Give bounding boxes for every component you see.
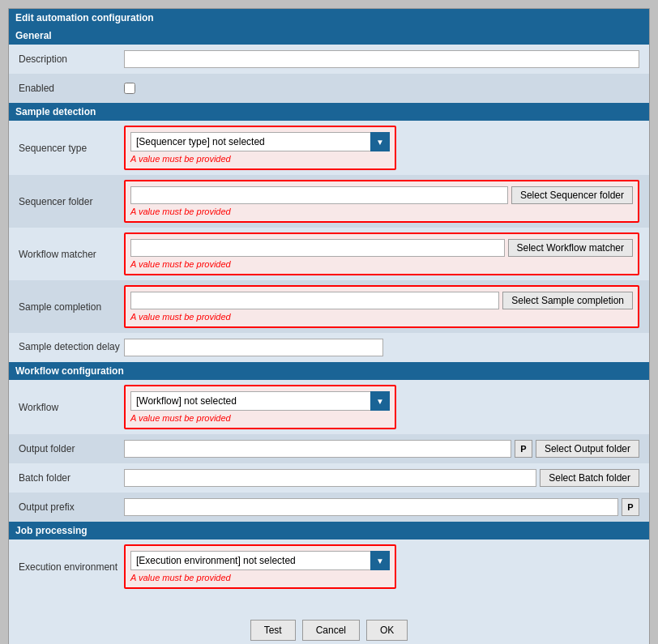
select-output-folder-button[interactable]: Select Output folder (536, 440, 639, 458)
job-processing-header: Job processing (9, 522, 649, 540)
sequencer-type-label: Sequencer type (19, 143, 124, 154)
sample-detection-header: Sample detection (9, 103, 649, 121)
sequencer-folder-row: Sequencer folder Select Sequencer folder… (9, 175, 649, 228)
execution-env-error-text: A value must be provided (130, 573, 390, 582)
sample-detection-delay-row: Sample detection delay (9, 333, 649, 362)
sequencer-type-error-box: [Sequencer type] not selected ▼ A value … (124, 126, 396, 170)
spacer (9, 594, 649, 610)
batch-folder-input[interactable] (124, 469, 536, 487)
output-prefix-input[interactable] (124, 498, 618, 516)
workflow-controls-row: [Workflow] not selected ▼ (130, 391, 390, 411)
select-workflow-matcher-button[interactable]: Select Workflow matcher (508, 239, 634, 257)
workflow-matcher-error-box: Select Workflow matcher A value must be … (124, 232, 639, 275)
description-row: Description (9, 45, 649, 74)
sequencer-folder-controls-row: Select Sequencer folder (130, 186, 633, 204)
output-prefix-label: Output prefix (19, 501, 124, 513)
description-label: Description (19, 53, 124, 65)
output-folder-input[interactable] (124, 440, 511, 458)
workflow-matcher-error-text: A value must be provided (130, 259, 633, 269)
sample-completion-row: Sample completion Select Sample completi… (9, 280, 649, 333)
sequencer-type-controls-row: [Sequencer type] not selected ▼ (130, 132, 390, 151)
select-sequencer-folder-button[interactable]: Select Sequencer folder (511, 186, 633, 204)
window-title: Edit automation configuration (15, 12, 154, 23)
workflow-row: Workflow [Workflow] not selected ▼ A val… (9, 380, 649, 434)
enabled-controls (124, 83, 639, 94)
output-folder-controls: P Select Output folder (124, 440, 639, 458)
output-prefix-p-button[interactable]: P (622, 498, 639, 516)
sequencer-folder-error-box: Select Sequencer folder A value must be … (124, 180, 639, 223)
ok-button[interactable]: OK (366, 620, 408, 641)
output-folder-row: Output folder P Select Output folder (9, 434, 649, 463)
workflow-matcher-controls-row: Select Workflow matcher (130, 239, 633, 257)
title-bar: Edit automation configuration (9, 9, 649, 27)
sequencer-type-row: Sequencer type [Sequencer type] not sele… (9, 121, 649, 175)
sample-detection-delay-controls (124, 339, 639, 356)
description-controls (124, 50, 639, 68)
workflow-controls: [Workflow] not selected ▼ A value must b… (124, 385, 639, 429)
workflow-error-text: A value must be provided (130, 413, 390, 423)
workflow-select[interactable]: [Workflow] not selected (130, 391, 390, 411)
batch-folder-label: Batch folder (19, 472, 124, 484)
workflow-matcher-controls: Select Workflow matcher A value must be … (124, 232, 639, 275)
output-folder-label: Output folder (19, 443, 124, 454)
execution-env-error-box: [Execution environment] not selected ▼ A… (124, 544, 396, 589)
sample-detection-delay-label: Sample detection delay (19, 341, 124, 354)
sequencer-folder-controls: Select Sequencer folder A value must be … (124, 180, 639, 223)
execution-env-controls-row: [Execution environment] not selected ▼ (130, 551, 390, 570)
execution-env-label: Execution environment (19, 561, 124, 573)
sample-completion-error-text: A value must be provided (130, 312, 633, 322)
workflow-matcher-row: Workflow matcher Select Workflow matcher… (9, 228, 649, 280)
workflow-label: Workflow (19, 402, 124, 413)
workflow-matcher-input[interactable] (130, 239, 505, 257)
workflow-error-box: [Workflow] not selected ▼ A value must b… (124, 385, 396, 429)
general-section-header: General (9, 27, 649, 45)
footer: Test Cancel OK (9, 610, 649, 644)
sequencer-type-controls: [Sequencer type] not selected ▼ A value … (124, 126, 639, 170)
select-sample-completion-button[interactable]: Select Sample completion (502, 292, 633, 309)
main-window: Edit automation configuration General De… (8, 8, 650, 644)
description-input[interactable] (124, 50, 639, 68)
sample-completion-controls: Select Sample completion A value must be… (124, 285, 639, 328)
workflow-matcher-label: Workflow matcher (19, 249, 124, 260)
sample-completion-controls-row: Select Sample completion (130, 292, 633, 309)
sample-completion-error-box: Select Sample completion A value must be… (124, 285, 639, 328)
batch-folder-controls: Select Batch folder (124, 469, 639, 487)
execution-env-controls: [Execution environment] not selected ▼ A… (124, 544, 639, 589)
output-folder-p-button[interactable]: P (515, 440, 532, 458)
enabled-label: Enabled (19, 83, 124, 94)
sample-completion-input[interactable] (130, 292, 499, 309)
sequencer-folder-input[interactable] (130, 186, 508, 204)
cancel-button[interactable]: Cancel (302, 620, 360, 641)
test-button[interactable]: Test (250, 620, 296, 641)
output-prefix-row: Output prefix P (9, 493, 649, 522)
sequencer-type-select-wrapper: [Sequencer type] not selected ▼ (130, 132, 390, 151)
sequencer-type-select[interactable]: [Sequencer type] not selected (130, 132, 390, 151)
execution-env-select[interactable]: [Execution environment] not selected (130, 551, 390, 570)
sample-completion-label: Sample completion (19, 301, 124, 313)
execution-env-select-wrapper: [Execution environment] not selected ▼ (130, 551, 390, 570)
sequencer-folder-label: Sequencer folder (19, 196, 124, 207)
execution-env-row: Execution environment [Execution environ… (9, 540, 649, 594)
select-batch-folder-button[interactable]: Select Batch folder (540, 469, 639, 487)
sequencer-type-error-text: A value must be provided (130, 154, 390, 164)
workflow-select-wrapper: [Workflow] not selected ▼ (130, 391, 390, 411)
sequencer-folder-error-text: A value must be provided (130, 207, 633, 216)
output-prefix-controls: P (124, 498, 639, 516)
enabled-row: Enabled (9, 74, 649, 103)
enabled-checkbox[interactable] (124, 83, 135, 94)
workflow-config-header: Workflow configuration (9, 362, 649, 380)
sample-detection-delay-input[interactable] (124, 339, 383, 356)
batch-folder-row: Batch folder Select Batch folder (9, 463, 649, 493)
